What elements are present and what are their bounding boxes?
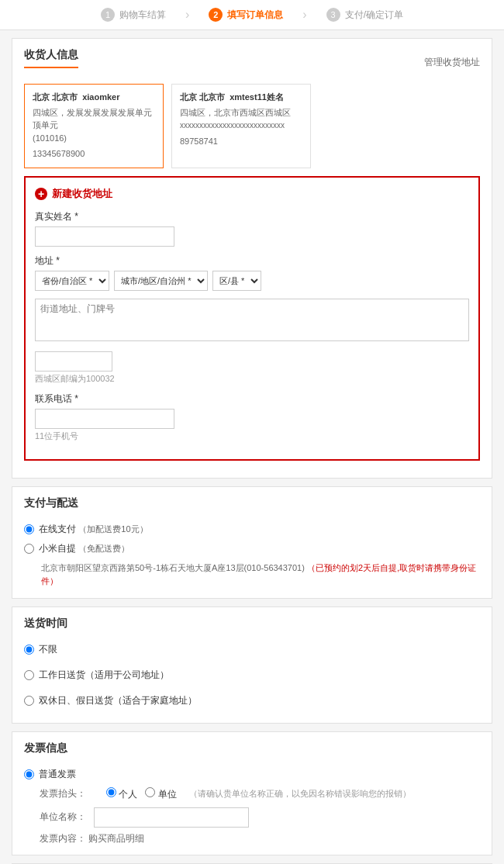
phone-group: 联系电话 * 11位手机号 <box>35 392 469 442</box>
invoice-type-option: 普通发票 <box>24 768 480 781</box>
delivery-option-0: 不限 <box>24 643 480 656</box>
address-detail-input[interactable] <box>35 299 469 341</box>
address-detail-group <box>35 299 469 344</box>
province-select[interactable]: 省份/自治区 * <box>35 271 109 291</box>
card-phone-1: 89758741 <box>180 135 302 149</box>
delivery-label-0: 不限 <box>39 643 57 656</box>
invoice-unit-radio[interactable] <box>145 787 155 797</box>
progress-step-2: 2 填写订单信息 <box>193 8 299 22</box>
store-address: 北京市朝阳区望京西路第50号-1栋石天地大厦A座13层(010-56343701… <box>41 562 480 589</box>
new-address-form: + 新建收货地址 真实姓名 * 地址 * 省份/自治区 * 城市/地区/自治州 … <box>24 176 480 461</box>
address-cards: 北京 北京市 xiaomker 四城区，发展发展发展发展单元顶单元 (10101… <box>24 84 480 168</box>
payment-radio-1[interactable] <box>24 544 34 554</box>
address-label: 地址 * <box>35 254 469 268</box>
real-name-label: 真实姓名 * <box>35 210 469 223</box>
step-label-1: 购物车结算 <box>119 9 166 22</box>
phone-input[interactable] <box>35 409 174 429</box>
delivery-title: 送货时间 <box>24 617 480 635</box>
step-label-2: 填写订单信息 <box>227 9 283 22</box>
manage-address-link[interactable]: 管理收货地址 <box>424 56 480 69</box>
invoice-type-label: 普通发票 <box>39 768 76 781</box>
progress-arrow-2: › <box>302 8 306 22</box>
progress-bar: 1 购物车结算 › 2 填写订单信息 › 3 支付/确定订单 <box>0 0 504 30</box>
address-group: 地址 * 省份/自治区 * 城市/地区/自治州 * 区/县 * <box>35 254 469 291</box>
postal-input[interactable] <box>35 351 112 372</box>
new-address-header: + 新建收货地址 <box>35 187 469 201</box>
progress-step-3: 3 支付/确定订单 <box>311 8 419 22</box>
invoice-unit-name-label: 单位名称： <box>40 810 86 824</box>
delivery-option-2: 双休日、假日送货（适合于家庭地址） <box>24 694 480 707</box>
payment-label-0: 在线支付 （加配送费10元） <box>39 523 148 536</box>
payment-option-0: 在线支付 （加配送费10元） <box>24 523 480 536</box>
phone-label: 联系电话 * <box>35 392 469 406</box>
add-icon: + <box>35 188 47 200</box>
invoice-content-row: 发票内容： 购买商品明细 <box>40 832 480 845</box>
payment-title: 支付与配送 <box>24 496 480 515</box>
postal-group: 西城区邮编为100032 <box>35 351 469 385</box>
invoice-unit-option: 单位 <box>145 787 176 801</box>
real-name-group: 真实姓名 * <box>35 210 469 247</box>
invoice-unit-hint: （请确认贵单位名称正确，以免因名称错误影响您的报销） <box>189 788 411 800</box>
delivery-label-1: 工作日送货（适用于公司地址） <box>39 669 169 682</box>
payment-section: 支付与配送 在线支付 （加配送费10元） 小米自提 （免配送费） 北京市朝阳区望… <box>12 486 492 599</box>
delivery-label-2: 双休日、假日送货（适合于家庭地址） <box>39 694 197 707</box>
card-addr-1: 四城区，北京市西城区西城区 xxxxxxxxxxxxxxxxxxxxxxxxxx… <box>180 106 302 132</box>
card-addr-0: 四城区，发展发展发展发展单元顶单元 (101016) <box>33 106 155 145</box>
step-num-3: 3 <box>326 8 340 22</box>
delivery-radio-0[interactable] <box>24 645 34 655</box>
invoice-unit-name-input[interactable] <box>94 807 249 828</box>
step-num-1: 1 <box>101 8 115 22</box>
invoice-title: 发票信息 <box>24 741 480 760</box>
card-name-1: 北京 北京市 xmtest11姓名 <box>180 91 302 105</box>
invoice-person-option: 个人 <box>106 787 137 801</box>
recipient-header: 收货人信息 管理收货地址 <box>24 48 480 76</box>
step-label-3: 支付/确定订单 <box>345 9 403 22</box>
invoice-section: 发票信息 普通发票 发票抬头： 个人 单位 （请确认贵单位名称正确，以免因名称错… <box>12 731 492 855</box>
invoice-person-radio[interactable] <box>106 787 116 797</box>
delivery-section: 送货时间 不限 工作日送货（适用于公司地址） 双休日、假日送货（适合于家庭地址） <box>12 607 492 724</box>
invoice-header-label: 发票抬头： <box>40 787 86 800</box>
delivery-radio-2[interactable] <box>24 696 34 706</box>
postal-hint: 西城区邮编为100032 <box>35 373 469 385</box>
progress-step-1: 1 购物车结算 <box>85 8 181 22</box>
payment-option-1: 小米自提 （免配送费） <box>24 542 480 555</box>
real-name-input[interactable] <box>35 226 174 247</box>
new-address-title: 新建收货地址 <box>52 187 112 201</box>
district-select[interactable]: 区/县 * <box>212 271 261 291</box>
recipient-section: 收货人信息 管理收货地址 北京 北京市 xiaomker 四城区，发展发展发展发… <box>12 38 492 479</box>
invoice-person-unit: 个人 单位 （请确认贵单位名称正确，以免因名称错误影响您的报销） <box>106 787 411 801</box>
step-num-2: 2 <box>209 8 223 22</box>
phone-hint: 11位手机号 <box>35 430 469 442</box>
invoice-header-row: 发票抬头： 个人 单位 （请确认贵单位名称正确，以免因名称错误影响您的报销） <box>24 787 480 801</box>
city-select[interactable]: 城市/地区/自治州 * <box>114 271 208 291</box>
address-card-0[interactable]: 北京 北京市 xiaomker 四城区，发展发展发展发展单元顶单元 (10101… <box>24 84 164 168</box>
payment-radio-0[interactable] <box>24 524 34 534</box>
address-selects: 省份/自治区 * 城市/地区/自治州 * 区/县 * <box>35 271 469 291</box>
recipient-title: 收货人信息 <box>24 48 78 68</box>
card-name-0: 北京 北京市 xiaomker <box>33 91 155 105</box>
delivery-radio-1[interactable] <box>24 670 34 680</box>
delivery-options: 不限 工作日送货（适用于公司地址） 双休日、假日送货（适合于家庭地址） <box>24 643 480 714</box>
payment-label-1: 小米自提 （免配送费） <box>39 542 129 555</box>
invoice-unit-name-row: 单位名称： <box>40 807 480 828</box>
address-card-1[interactable]: 北京 北京市 xmtest11姓名 四城区，北京市西城区西城区 xxxxxxxx… <box>171 84 311 168</box>
invoice-type-radio[interactable] <box>24 769 34 779</box>
delivery-option-1: 工作日送货（适用于公司地址） <box>24 669 480 682</box>
card-phone-0: 13345678900 <box>33 147 155 161</box>
progress-arrow-1: › <box>185 8 189 22</box>
